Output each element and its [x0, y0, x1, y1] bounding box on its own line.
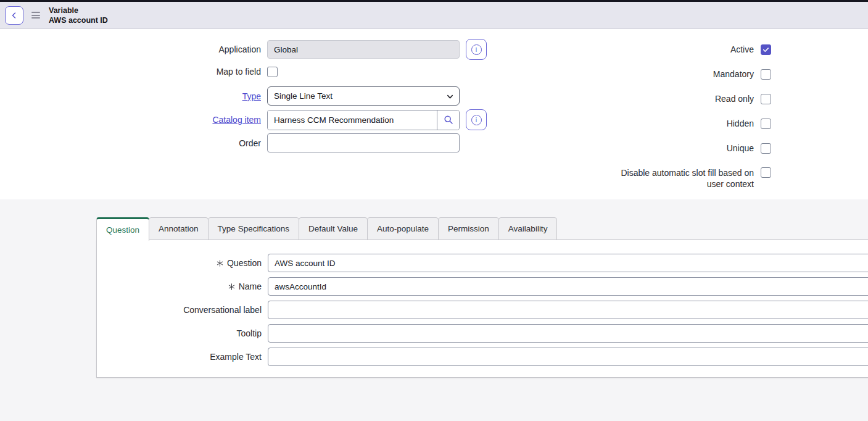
type-row: Type Single Line Text — [0, 86, 460, 106]
unique-label: Unique — [603, 143, 754, 154]
hidden-row: Hidden — [603, 118, 771, 129]
conversational-label-label: Conversational label — [183, 305, 262, 315]
tab-strip: Question Annotation Type Specifications … — [96, 217, 556, 241]
unique-row: Unique — [603, 143, 771, 154]
active-checkbox[interactable] — [761, 44, 771, 55]
order-row: Order — [0, 133, 460, 152]
map-to-field-label: Map to field — [0, 67, 261, 77]
record-type: Variable — [49, 6, 108, 15]
tooltip-label: Tooltip — [237, 328, 262, 338]
map-to-field-checkbox[interactable] — [267, 67, 278, 77]
tooltip-input[interactable] — [268, 324, 868, 343]
tab-annotation[interactable]: Annotation — [149, 217, 209, 240]
conversational-label-input[interactable] — [268, 301, 868, 319]
application-label: Application — [0, 44, 261, 54]
question-input[interactable] — [268, 254, 868, 272]
catalog-item-reference — [267, 110, 460, 130]
disable-slot-fill-checkbox[interactable] — [761, 167, 771, 178]
name-input[interactable] — [268, 277, 868, 296]
application-row: Application i — [0, 39, 487, 60]
checkmark-icon — [763, 46, 769, 53]
order-input[interactable] — [267, 133, 460, 152]
read-only-checkbox[interactable] — [761, 94, 771, 104]
type-label-link[interactable]: Type — [242, 91, 261, 101]
active-row: Active — [603, 44, 771, 55]
tab-availability[interactable]: Availability — [498, 217, 558, 240]
menu-icon[interactable] — [31, 12, 40, 19]
example-text-input[interactable] — [268, 348, 868, 366]
mandatory-label: Mandatory — [603, 69, 754, 80]
required-asterisk-icon — [228, 283, 235, 290]
question-label: Question — [227, 258, 262, 268]
name-label: Name — [239, 281, 262, 291]
form-area: Application i Map to field Type Single L… — [0, 29, 868, 199]
catalog-item-label-link[interactable]: Catalog item — [212, 115, 261, 125]
info-icon: i — [471, 115, 482, 125]
conversational-label-row: Conversational label — [1, 301, 868, 319]
order-label: Order — [0, 138, 261, 148]
example-text-row: Example Text — [1, 348, 868, 366]
catalog-item-lookup-button[interactable] — [437, 110, 459, 130]
read-only-row: Read only — [603, 93, 771, 104]
page-title: Variable AWS account ID — [49, 6, 108, 25]
example-text-label: Example Text — [210, 352, 262, 362]
catalog-item-info-button[interactable]: i — [466, 109, 487, 130]
hidden-label: Hidden — [603, 118, 754, 129]
map-to-field-row: Map to field — [0, 62, 278, 81]
header: Variable AWS account ID — [0, 0, 868, 29]
catalog-item-row: Catalog item i — [0, 109, 487, 130]
tab-permission[interactable]: Permission — [438, 217, 499, 240]
catalog-item-input[interactable] — [268, 110, 437, 130]
tooltip-row: Tooltip — [1, 324, 868, 343]
mandatory-checkbox[interactable] — [761, 69, 771, 80]
disable-slot-fill-row: Disable automatic slot fill based on use… — [603, 167, 771, 190]
active-label: Active — [603, 44, 754, 55]
application-info-button[interactable]: i — [466, 39, 487, 60]
type-select[interactable]: Single Line Text — [267, 86, 460, 106]
unique-checkbox[interactable] — [761, 143, 771, 154]
tab-type-specifications[interactable]: Type Specifications — [208, 217, 299, 240]
question-row: Question — [1, 254, 868, 272]
tab-auto-populate[interactable]: Auto-populate — [367, 217, 439, 240]
name-row: Name — [1, 277, 868, 296]
variable-form-screen: Variable AWS account ID Application i Ma… — [0, 0, 868, 421]
info-icon: i — [471, 44, 482, 55]
chevron-left-icon — [10, 11, 19, 20]
disable-slot-fill-label: Disable automatic slot fill based on use… — [603, 167, 754, 190]
required-asterisk-icon — [217, 260, 223, 267]
tab-question[interactable]: Question — [96, 217, 149, 241]
record-name: AWS account ID — [49, 15, 108, 25]
tab-default-value[interactable]: Default Value — [299, 217, 368, 240]
mandatory-row: Mandatory — [603, 69, 771, 80]
hidden-checkbox[interactable] — [761, 119, 771, 129]
application-input[interactable] — [267, 40, 460, 59]
search-icon — [444, 115, 453, 125]
question-tab-panel: Question Name Conversational label Toolt… — [96, 240, 868, 378]
read-only-label: Read only — [603, 93, 754, 104]
back-button[interactable] — [5, 6, 23, 25]
